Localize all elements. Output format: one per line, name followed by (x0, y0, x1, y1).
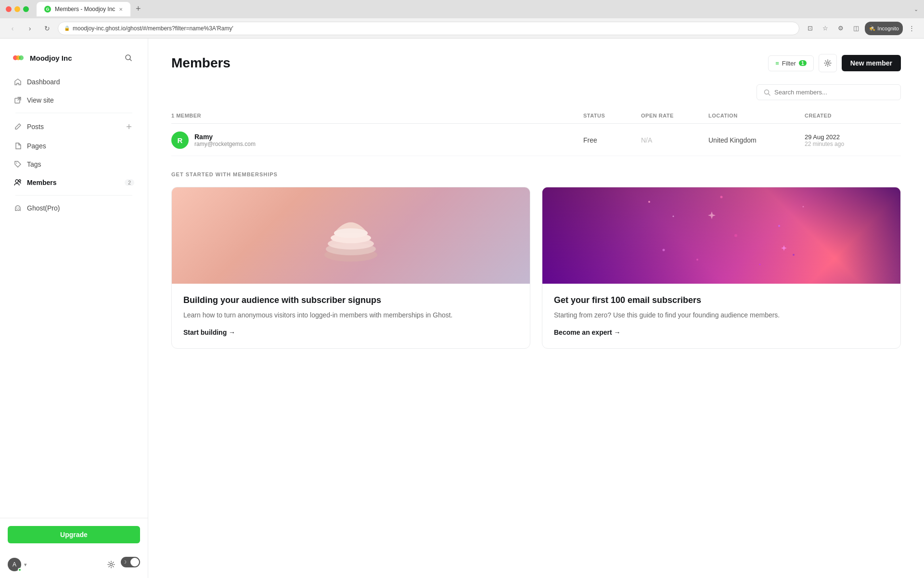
svg-point-13 (110, 564, 113, 566)
ghost-icon (13, 204, 22, 212)
app-container: Moodjoy Inc Dashboard View site (0, 39, 924, 578)
avatar-letter: A (13, 561, 16, 568)
home-icon (13, 78, 22, 86)
bookmark-button[interactable]: ☆ (819, 22, 832, 35)
global-search-button[interactable] (121, 50, 136, 66)
browser-actions: ⊡ ☆ ⚙ ◫ 🕵 Incognito ⋮ (803, 22, 918, 35)
members-badge: 2 (125, 179, 134, 186)
card-build-audience: Building your audience with subscriber s… (171, 187, 530, 349)
member-avatar-letter: R (178, 136, 183, 144)
add-post-button[interactable] (124, 121, 134, 132)
settings-bottom-button[interactable] (103, 557, 119, 572)
sidebar-item-members[interactable]: Members 2 (8, 174, 140, 191)
card-content-1: Building your audience with subscriber s… (172, 284, 530, 348)
member-email: ramy@rocketgems.com (194, 141, 256, 147)
browser-nav: ‹ › ↻ 🔒 moodjoy-inc.ghost.io/ghost/#/mem… (0, 18, 924, 39)
forward-button[interactable]: › (23, 22, 37, 35)
svg-point-9 (15, 180, 18, 183)
header-open-rate: OPEN RATE (641, 113, 708, 118)
svg-line-16 (769, 93, 770, 95)
sidebar-bottom-bar: A ▾ ☽ ☀ (0, 551, 148, 578)
sidebar-item-posts-label: Posts (27, 123, 44, 131)
sidebar-item-members-label: Members (27, 179, 56, 186)
sidebar-bottom-icons: ☽ ☀ (103, 557, 140, 572)
sidebar-item-pages[interactable]: Pages (8, 137, 140, 155)
lock-icon: 🔒 (64, 26, 70, 31)
svg-point-25 (720, 196, 723, 198)
start-building-link[interactable]: Start building → (183, 328, 235, 336)
cards-grid: Building your audience with subscriber s… (171, 187, 901, 349)
extensions-button[interactable]: ⚙ (834, 22, 847, 35)
page-title: Members (171, 55, 231, 71)
svg-point-14 (826, 62, 829, 65)
svg-point-24 (673, 216, 674, 217)
settings-icon (824, 59, 832, 67)
member-cell: R Ramy ramy@rocketgems.com (171, 131, 583, 149)
sidebar-item-tags[interactable]: Tags (8, 156, 140, 173)
search-icon (125, 54, 132, 62)
user-chevron-icon: ▾ (24, 562, 27, 568)
svg-point-11 (16, 208, 17, 209)
incognito-badge: 🕵 Incognito (865, 22, 903, 35)
sidebar-item-ghost-pro[interactable]: Ghost(Pro) (8, 199, 140, 217)
svg-point-12 (18, 208, 19, 209)
close-traffic-light[interactable] (6, 6, 12, 12)
header-location: LOCATION (708, 113, 805, 118)
profile-button[interactable]: ◫ (849, 22, 863, 35)
search-bar (757, 84, 901, 100)
minimize-traffic-light[interactable] (14, 6, 20, 12)
sidebar-item-dashboard[interactable]: Dashboard (8, 73, 140, 91)
table-header-row: 1 MEMBER STATUS OPEN RATE LOCATION CREAT… (171, 108, 901, 124)
active-tab[interactable]: G Members - Moodjoy Inc ✕ (37, 2, 130, 16)
member-open-rate: N/A (641, 136, 708, 144)
sun-icon: ☀ (134, 560, 138, 565)
brand[interactable]: Moodjoy Inc (12, 51, 72, 65)
filter-button[interactable]: ≡ Filter 1 (768, 55, 814, 71)
reload-button[interactable]: ↻ (40, 22, 54, 35)
tab-title: Members - Moodjoy Inc (55, 6, 115, 13)
fullscreen-traffic-light[interactable] (23, 6, 29, 12)
svg-point-28 (696, 259, 698, 261)
search-members-input[interactable] (774, 89, 894, 96)
table-row[interactable]: R Ramy ramy@rocketgems.com Free N/A Unit… (171, 125, 901, 156)
sidebar-item-view-site[interactable]: View site (8, 92, 140, 109)
sidebar-nav: Dashboard View site Posts (0, 73, 148, 518)
brand-logo-icon (12, 51, 25, 65)
svg-point-32 (734, 234, 737, 237)
theme-toggle[interactable]: ☽ ☀ (121, 557, 140, 567)
sidebar-item-posts[interactable]: Posts (8, 117, 140, 136)
header-member: 1 MEMBER (171, 113, 583, 118)
sidebar: Moodjoy Inc Dashboard View site (0, 39, 148, 578)
become-expert-link[interactable]: Become an expert → (554, 328, 621, 336)
member-avatar: R (171, 131, 189, 149)
card-content-2: Get your first 100 email subscribers Sta… (542, 284, 900, 348)
browser-chrome: G Members - Moodjoy Inc ✕ + ⌄ ‹ › ↻ 🔒 mo… (0, 0, 924, 39)
traffic-lights (6, 6, 29, 12)
window-controls: ⌄ (914, 6, 918, 13)
purple-particles (542, 187, 900, 284)
external-link-icon (13, 96, 22, 105)
sidebar-item-view-site-label: View site (27, 96, 54, 104)
tab-close-button[interactable]: ✕ (119, 7, 123, 12)
more-options-button[interactable]: ⋮ (905, 22, 918, 35)
main-content: Members ≡ Filter 1 New member (148, 39, 924, 578)
svg-point-8 (16, 163, 17, 164)
cast-button[interactable]: ⊡ (803, 22, 817, 35)
pen-icon (13, 122, 22, 131)
upgrade-button[interactable]: Upgrade (8, 526, 140, 543)
get-started-label: GET STARTED WITH MEMBERSHIPS (171, 171, 901, 177)
members-settings-button[interactable] (819, 54, 837, 72)
user-profile[interactable]: A ▾ (8, 558, 27, 571)
new-tab-button[interactable]: + (131, 2, 145, 15)
tab-favicon: G (44, 6, 51, 13)
member-status: Free (583, 136, 641, 144)
url-text: moodjoy-inc.ghost.io/ghost/#/members?fil… (73, 25, 233, 32)
svg-point-22 (334, 228, 368, 238)
address-bar[interactable]: 🔒 moodjoy-inc.ghost.io/ghost/#/members?f… (58, 22, 799, 35)
sidebar-item-dashboard-label: Dashboard (27, 78, 60, 86)
users-icon (13, 178, 22, 187)
created-ago: 22 minutes ago (805, 141, 901, 147)
back-button[interactable]: ‹ (6, 22, 19, 35)
new-member-button[interactable]: New member (842, 55, 901, 71)
section-divider-2 (15, 195, 132, 196)
